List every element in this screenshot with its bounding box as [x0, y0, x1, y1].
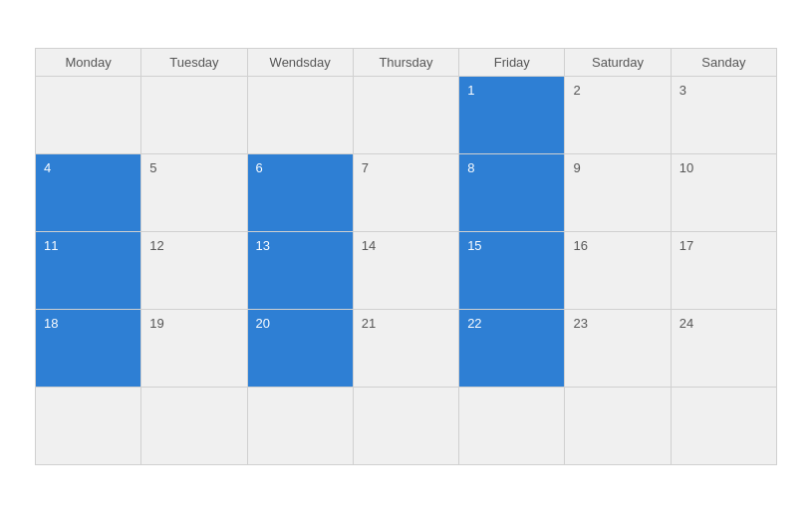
day-number: 15 — [467, 238, 481, 253]
day-number: 23 — [573, 316, 587, 331]
day-number: 16 — [573, 238, 587, 253]
day-header-sanday: Sanday — [672, 49, 777, 77]
day-number: 10 — [679, 160, 693, 175]
day-cell[interactable]: 14 — [354, 232, 459, 310]
day-number: 13 — [256, 238, 270, 253]
day-cell[interactable]: 1 — [459, 77, 565, 154]
day-number: 9 — [573, 160, 580, 175]
day-number: 12 — [149, 238, 163, 253]
day-number: 14 — [362, 238, 376, 253]
day-cell[interactable]: 5 — [141, 154, 247, 232]
day-cell — [248, 388, 354, 465]
day-header-tuesday: Tuesday — [141, 49, 247, 77]
day-number: 24 — [679, 316, 693, 331]
day-cell[interactable]: 6 — [248, 154, 354, 232]
day-header-monday: Monday — [36, 49, 141, 77]
day-cell — [354, 388, 459, 465]
day-number: 7 — [362, 160, 369, 175]
day-cell — [672, 388, 777, 465]
calendar-container: MondayTuesdayWendsdayThursdayFridaySatur… — [35, 48, 777, 465]
day-number: 22 — [467, 316, 481, 331]
day-cell — [36, 77, 141, 154]
day-number: 17 — [679, 238, 693, 253]
day-cell — [354, 77, 459, 154]
day-number: 20 — [256, 316, 270, 331]
day-cell[interactable]: 21 — [354, 310, 459, 388]
day-number: 8 — [467, 160, 474, 175]
day-cell[interactable]: 9 — [565, 154, 671, 232]
day-number: 6 — [256, 160, 263, 175]
day-cell[interactable]: 2 — [565, 77, 671, 154]
day-cell[interactable]: 22 — [459, 310, 565, 388]
day-number: 5 — [149, 160, 156, 175]
day-number: 2 — [573, 83, 580, 98]
page-title — [0, 0, 812, 48]
day-cell[interactable]: 4 — [36, 154, 141, 232]
day-cell[interactable]: 15 — [459, 232, 565, 310]
day-header-saturday: Saturday — [565, 49, 671, 77]
day-header-friday: Friday — [459, 49, 565, 77]
day-number: 11 — [44, 238, 58, 253]
day-cell[interactable]: 3 — [672, 77, 777, 154]
day-header-wendsday: Wendsday — [248, 49, 354, 77]
day-cell[interactable]: 10 — [672, 154, 777, 232]
day-cell — [565, 388, 671, 465]
day-number: 21 — [362, 316, 376, 331]
day-number: 18 — [44, 316, 58, 331]
day-number: 3 — [679, 83, 686, 98]
calendar-grid: MondayTuesdayWendsdayThursdayFridaySatur… — [35, 48, 777, 465]
day-number: 4 — [44, 160, 51, 175]
day-cell — [459, 388, 565, 465]
day-cell[interactable]: 24 — [672, 310, 777, 388]
day-number: 1 — [467, 83, 474, 98]
day-cell[interactable]: 8 — [459, 154, 565, 232]
day-cell — [141, 77, 247, 154]
day-number: 19 — [149, 316, 163, 331]
day-cell[interactable]: 19 — [141, 310, 247, 388]
day-cell[interactable]: 12 — [141, 232, 247, 310]
day-cell[interactable]: 18 — [36, 310, 141, 388]
day-cell[interactable]: 16 — [565, 232, 671, 310]
day-cell — [141, 388, 247, 465]
day-cell[interactable]: 7 — [354, 154, 459, 232]
day-cell[interactable]: 17 — [672, 232, 777, 310]
day-cell[interactable]: 13 — [248, 232, 354, 310]
day-cell[interactable]: 20 — [248, 310, 354, 388]
day-cell[interactable]: 11 — [36, 232, 141, 310]
day-cell — [36, 388, 141, 465]
day-cell — [248, 77, 354, 154]
day-cell[interactable]: 23 — [565, 310, 671, 388]
day-header-thursday: Thursday — [354, 49, 459, 77]
